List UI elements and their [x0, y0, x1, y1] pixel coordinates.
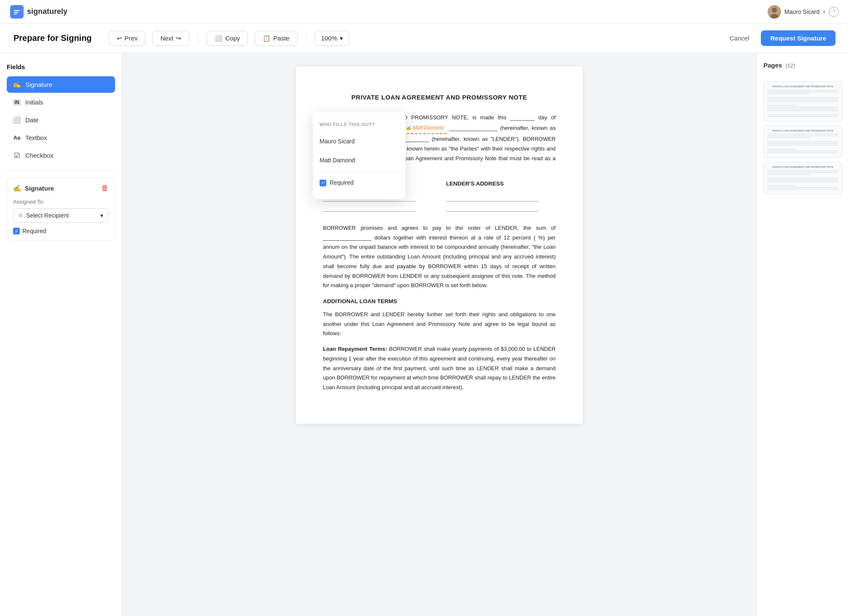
- logo-area: signaturely: [10, 5, 67, 19]
- lender-address-line-1: [446, 194, 539, 202]
- textbox-label: Textbox: [25, 134, 47, 141]
- pages-title: Pages: [763, 62, 782, 69]
- avatar: [768, 5, 781, 19]
- lender-address-block: [446, 194, 556, 212]
- sig-panel-title: ✍ Signature: [13, 184, 54, 192]
- signature-icon: ✍: [13, 81, 21, 89]
- main-area: Fields ✍ Signature IN Initials ⬜ Date Aa…: [0, 53, 849, 616]
- date-label: Date: [25, 116, 39, 124]
- prev-button[interactable]: ↩ Prev: [109, 31, 146, 46]
- document-paper: PRIVATE LOAN AGREEMENT AND PROMISSORY NO…: [296, 67, 583, 424]
- check-icon: [13, 228, 20, 234]
- page-thumb-1[interactable]: PRIVATE LOAN AGREEMENT AND PROMISSORY NO…: [763, 81, 842, 121]
- paste-button[interactable]: 📋 Paste: [255, 31, 297, 46]
- required-checkbox[interactable]: Required: [13, 228, 109, 234]
- app-name: signaturely: [27, 7, 67, 16]
- select-recipient-dropdown[interactable]: Select Recipient ▾: [13, 208, 109, 223]
- initials-icon: IN: [13, 99, 21, 106]
- popup-required-checkbox[interactable]: Required: [313, 173, 406, 192]
- toolbar: Prepare for Signing ↩ Prev Next ↪ ⬜ Copy…: [0, 24, 849, 53]
- doc-area[interactable]: PRIVATE LOAN AGREEMENT AND PROMISSORY NO…: [122, 53, 756, 616]
- delete-signature-button[interactable]: 🗑: [101, 184, 109, 193]
- page-title: Prepare for Signing: [13, 33, 92, 43]
- sig-panel-header: ✍ Signature 🗑: [13, 184, 109, 193]
- lender-address-line-2: [446, 204, 539, 212]
- initials-label: Initials: [25, 99, 43, 106]
- doc-additional-text: The BORROWER and LENDER hereby further s…: [323, 310, 556, 339]
- sidebar-item-checkbox[interactable]: ☑ Checkbox: [7, 147, 115, 164]
- separator-1: [198, 32, 198, 45]
- assigned-to-label: Assigned To:: [13, 199, 109, 205]
- help-icon[interactable]: ?: [829, 7, 839, 17]
- loan-repayment-body: BORROWER shall make yearly payments of $…: [323, 346, 556, 390]
- page-thumb-2[interactable]: PRIVATE LOAN AGREEMENT AND PROMISSORY NO…: [763, 126, 842, 158]
- who-fills-popup: WHO FILLS THIS OUT? Mauro Sicard Matt Da…: [313, 112, 406, 199]
- logo-icon: [10, 5, 24, 19]
- doc-title: PRIVATE LOAN AGREEMENT AND PROMISSORY NO…: [323, 92, 556, 103]
- request-signature-button[interactable]: Request Signature: [761, 30, 836, 46]
- zoom-chevron-icon: ▾: [340, 35, 343, 42]
- username: Mauro Sicard: [785, 8, 819, 15]
- checkbox-label: Checkbox: [25, 152, 54, 159]
- sidebar-item-date[interactable]: ⬜ Date: [7, 112, 115, 128]
- recipient-dot: [19, 213, 23, 218]
- chevron-down-icon: ▾: [823, 9, 825, 15]
- popup-section-label: WHO FILLS THIS OUT?: [313, 119, 406, 132]
- top-nav: signaturely Mauro Sicard ▾ ?: [0, 0, 849, 24]
- sidebar-item-textbox[interactable]: Aa Textbox: [7, 130, 115, 145]
- next-icon: ↪: [176, 35, 181, 42]
- svg-rect-1: [14, 10, 20, 11]
- dropdown-chevron-icon: ▾: [100, 212, 103, 219]
- sidebar-item-signature[interactable]: ✍ Signature: [7, 76, 115, 93]
- sidebar-divider: [7, 170, 115, 171]
- page-thumb-3[interactable]: PRIVATE LOAN AGREEMENT AND PROMISSORY NO…: [763, 162, 842, 194]
- checkbox-icon: ☑: [13, 151, 21, 159]
- signature-field-matt[interactable]: ✍ Matt Damond: [403, 123, 446, 134]
- popup-divider: [313, 171, 406, 172]
- user-area[interactable]: Mauro Sicard ▾ ?: [768, 5, 839, 19]
- sig-panel-icon: ✍: [13, 184, 21, 192]
- textbox-icon: Aa: [13, 134, 21, 141]
- svg-rect-2: [14, 12, 18, 13]
- sidebar: Fields ✍ Signature IN Initials ⬜ Date Aa…: [0, 53, 122, 616]
- popup-item-matt[interactable]: Matt Damond: [313, 151, 406, 170]
- date-icon: ⬜: [13, 116, 21, 124]
- loan-repayment-title: Loan Repayment Terms:: [323, 346, 387, 352]
- prev-icon: ↩: [117, 35, 122, 42]
- signature-panel: ✍ Signature 🗑 Assigned To: Select Recipi…: [7, 178, 115, 241]
- cancel-button[interactable]: Cancel: [725, 31, 755, 45]
- popup-item-mauro[interactable]: Mauro Sicard: [313, 132, 406, 151]
- sidebar-item-initials[interactable]: IN Initials: [7, 94, 115, 110]
- paste-icon: 📋: [263, 35, 271, 42]
- doc-promise-text: BORROWER promises and agrees to pay to t…: [323, 223, 556, 291]
- next-button[interactable]: Next ↪: [152, 31, 189, 46]
- popup-check-icon: [320, 180, 326, 186]
- doc-body: THIS LOAN AGREEMENT AND PROMISSORY NOTE,…: [323, 113, 556, 393]
- address-line-2: [323, 204, 416, 212]
- signature-label: Signature: [25, 81, 52, 88]
- pages-count: (12): [785, 62, 795, 69]
- lender-address-col: LENDER'S ADDRESS: [446, 179, 556, 217]
- additional-terms-title: ADDITIONAL LOAN TERMS: [323, 296, 556, 307]
- zoom-control[interactable]: 100% ▾: [315, 31, 349, 46]
- svg-point-5: [772, 8, 777, 13]
- copy-button[interactable]: ⬜ Copy: [207, 31, 248, 46]
- lender-address-title: LENDER'S ADDRESS: [446, 179, 556, 189]
- fields-title: Fields: [7, 63, 115, 70]
- svg-rect-3: [14, 13, 17, 14]
- separator-2: [306, 32, 306, 45]
- doc-repayment-text: Loan Repayment Terms: BORROWER shall mak…: [323, 344, 556, 393]
- pages-panel: Pages (12) PRIVATE LOAN AGREEMENT AND PR…: [756, 53, 849, 616]
- copy-icon: ⬜: [215, 35, 223, 42]
